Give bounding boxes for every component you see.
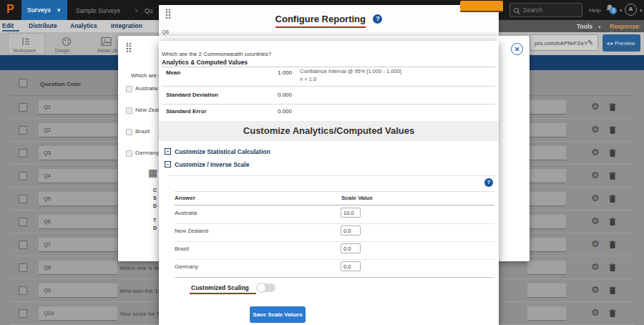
question-code-input[interactable] — [39, 100, 117, 115]
row-checkbox[interactable] — [19, 149, 27, 157]
scale-value-input[interactable] — [341, 208, 361, 218]
row-checkbox[interactable] — [19, 218, 27, 226]
question-code-input[interactable] — [39, 283, 117, 298]
answer-option[interactable]: Germany — [135, 150, 159, 156]
question-code-input[interactable] — [39, 169, 117, 183]
question-code-input[interactable] — [39, 146, 117, 160]
toolbar-label-media: Media Lib — [97, 48, 117, 53]
search-input[interactable] — [523, 5, 579, 15]
row-field[interactable] — [527, 123, 566, 137]
gear-icon[interactable]: ⚙ — [591, 147, 600, 157]
trash-icon[interactable] — [609, 172, 616, 180]
gear-icon[interactable]: ⚙ — [591, 102, 600, 112]
stat-label: D — [153, 203, 157, 208]
row-checkbox[interactable] — [19, 241, 27, 249]
column-header-scale-value: Scale Value — [341, 195, 373, 201]
answer-option[interactable]: Brazil — [135, 128, 150, 135]
gear-icon[interactable]: ⚙ — [591, 216, 600, 226]
surveys-menu[interactable]: Surveys ▾ — [21, 0, 67, 20]
answer-checkbox[interactable] — [126, 107, 132, 114]
select-all-checkbox[interactable] — [19, 79, 27, 87]
divider — [162, 67, 495, 67]
chevron-down-icon: ▾ — [57, 6, 60, 14]
question-code-input[interactable] — [39, 215, 117, 229]
scale-answer: New Zealand — [175, 228, 208, 234]
question-code-input[interactable] — [39, 192, 117, 206]
gear-icon[interactable]: ⚙ — [591, 125, 600, 135]
scale-answer: Brazil — [175, 246, 189, 252]
question-code-input[interactable] — [39, 123, 117, 137]
trash-icon[interactable] — [609, 149, 616, 157]
breadcrumb-sample-surveys[interactable]: Sample Surveys — [76, 7, 120, 14]
row-checkbox[interactable] — [19, 309, 27, 318]
expand-plus-icon[interactable]: + — [165, 148, 171, 155]
row-checkbox[interactable] — [19, 172, 27, 180]
avatar[interactable]: A — [625, 4, 637, 16]
preview-button[interactable]: Preview — [602, 34, 640, 52]
row-field[interactable] — [527, 192, 566, 206]
trash-icon[interactable] — [609, 195, 616, 203]
gear-icon[interactable]: ⚙ — [591, 262, 600, 272]
answer-checkbox[interactable] — [126, 129, 132, 135]
chevron-down-icon[interactable]: ▾ — [640, 8, 643, 14]
row-field[interactable] — [527, 146, 566, 160]
row-field[interactable] — [527, 283, 566, 298]
row-checkbox[interactable] — [19, 126, 27, 135]
row-field[interactable] — [527, 306, 566, 321]
global-search[interactable] — [509, 3, 582, 17]
row-field[interactable] — [527, 169, 566, 183]
question-code-input[interactable] — [39, 238, 117, 252]
help-link[interactable]: Help — [589, 7, 600, 14]
close-icon[interactable]: ✕ — [511, 43, 523, 55]
help-icon[interactable]: ? — [484, 178, 493, 187]
tab-integration[interactable]: Integration — [111, 22, 142, 29]
help-icon[interactable]: ? — [373, 14, 382, 24]
media-library-icon[interactable] — [101, 37, 112, 47]
row-field[interactable] — [527, 261, 566, 275]
answer-option[interactable]: Australia — [135, 85, 157, 92]
tab-distribute[interactable]: Distribute — [29, 22, 57, 29]
survey-url-chip[interactable]: pro.com/t/APNrFZeY ✎ — [530, 34, 598, 51]
trash-icon[interactable] — [609, 286, 616, 295]
scale-value-input[interactable] — [341, 261, 361, 271]
row-checkbox[interactable] — [19, 195, 27, 203]
edit-pencil-icon[interactable]: ✎ — [587, 39, 593, 47]
trash-icon[interactable] — [609, 263, 616, 272]
answer-checkbox[interactable] — [126, 150, 132, 157]
gear-icon[interactable]: ⚙ — [591, 285, 600, 295]
customized-scaling-toggle[interactable] — [257, 283, 275, 292]
row-field[interactable] — [527, 100, 566, 115]
section-customize-inverse-scale[interactable]: Customize / Inverse Scale — [175, 161, 249, 168]
row-checkbox[interactable] — [19, 103, 27, 112]
drag-handle-icon[interactable]: ⣿ — [125, 42, 132, 52]
chart-grid-icon[interactable]: ▦ — [148, 167, 157, 178]
trash-icon[interactable] — [609, 218, 616, 226]
row-field[interactable] — [527, 238, 566, 252]
trash-icon[interactable] — [609, 103, 616, 112]
question-code-input[interactable] — [39, 306, 117, 321]
scale-value-input[interactable] — [341, 243, 361, 253]
scale-value-input[interactable] — [341, 225, 361, 236]
trash-icon[interactable] — [609, 241, 616, 249]
row-field[interactable] — [527, 215, 566, 229]
gear-icon[interactable]: ⚙ — [591, 308, 600, 318]
tab-edit[interactable]: Edit — [2, 22, 14, 29]
tools-menu[interactable]: Tools — [577, 23, 592, 30]
collapse-minus-icon[interactable]: − — [165, 161, 171, 168]
section-customize-statistical[interactable]: Customize Statistical Calculation — [175, 148, 270, 155]
row-checkbox[interactable] — [19, 263, 27, 272]
gear-icon[interactable]: ⚙ — [591, 193, 600, 203]
answer-checkbox[interactable] — [126, 86, 132, 92]
question-text: Which are the 2 Commonwealth countries? — [162, 51, 271, 57]
question-code-input[interactable] — [39, 261, 117, 275]
row-checkbox[interactable] — [19, 286, 27, 295]
tab-analytics[interactable]: Analytics — [70, 22, 97, 29]
trash-icon[interactable] — [609, 309, 616, 318]
gear-icon[interactable]: ⚙ — [591, 170, 600, 180]
trash-icon[interactable] — [609, 126, 616, 135]
save-scale-values-button[interactable]: Save Scale Values — [250, 306, 306, 323]
upgrade-button[interactable] — [460, 1, 503, 12]
gear-icon[interactable]: ⚙ — [591, 239, 600, 249]
chevron-down-icon[interactable]: ▾ — [620, 8, 623, 14]
design-palette-icon[interactable] — [61, 37, 72, 47]
